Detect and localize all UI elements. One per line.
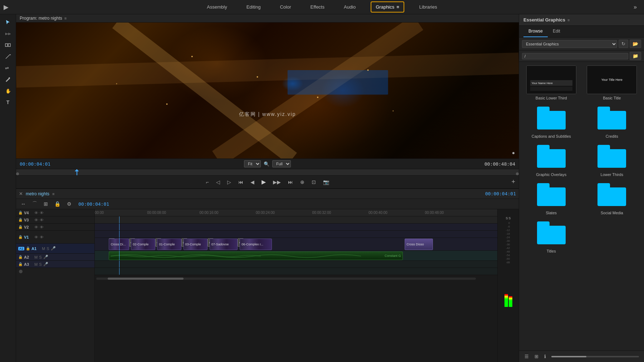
eg-item-graphic-overlays[interactable]: Graphic Overlays [523, 142, 580, 177]
overwrite-button[interactable]: ⊡ [309, 178, 318, 186]
next-frame-button[interactable]: ▶▶ [271, 178, 283, 186]
timeline-tool-2[interactable]: ⌒ [30, 200, 39, 208]
v3-eye-icon[interactable]: 👁 [34, 218, 38, 222]
hand-tool[interactable]: ✋ [2, 86, 14, 96]
prev-frame-button[interactable]: ◀ [248, 178, 257, 186]
a2-m-icon[interactable]: M [34, 255, 38, 259]
eg-info-button[interactable]: ℹ [542, 353, 548, 360]
timeline-menu-icon[interactable]: ≡ [52, 192, 54, 196]
step-forward-frame-button[interactable]: ▷ [225, 178, 233, 186]
eg-item-social-media[interactable]: Social Media [584, 180, 641, 215]
eg-path-folder-button[interactable]: 📁 [630, 52, 641, 60]
clip-06complex[interactable]: 06-Complex r... [240, 239, 272, 250]
timeline-tool-3[interactable]: ⊞ [42, 200, 50, 207]
eg-tab-browse[interactable]: Browse [523, 26, 548, 37]
clip-03comple[interactable]: 03-Comple [184, 239, 208, 250]
a1-s-icon[interactable]: S [47, 246, 49, 251]
watermark-text: 亿客网 | www.yiz.vip [239, 111, 296, 118]
clip-crossdisso[interactable]: Cross Disso [405, 239, 433, 250]
clip-01comple[interactable]: 01-Comple [157, 239, 181, 250]
eg-item-basic-title[interactable]: Your Title Here Basic Title [584, 65, 641, 100]
v3-sync-icon[interactable]: 👁 [40, 218, 44, 222]
v1-sync-icon[interactable]: 👁 [40, 235, 44, 239]
nav-color[interactable]: Color [275, 2, 295, 12]
ripple-edit-tool[interactable] [2, 40, 14, 50]
v2-lock-icon[interactable]: 🔒 [18, 225, 23, 229]
export-frame-button[interactable]: 📷 [321, 178, 331, 186]
nav-editing[interactable]: Editing [242, 2, 265, 12]
timeline-tool-1[interactable]: ↔ [19, 200, 28, 207]
eg-item-titles[interactable]: Titles [523, 219, 580, 253]
a2-s-icon[interactable]: S [39, 255, 42, 259]
v4-lock-icon[interactable]: 🔒 [18, 211, 23, 215]
eg-tab-edit[interactable]: Edit [548, 26, 565, 37]
eg-path-input[interactable] [522, 53, 628, 59]
nav-assembly[interactable]: Assembly [203, 2, 231, 12]
svg-rect-1 [5, 44, 8, 47]
timeline-tool-4[interactable]: 🔒 [53, 200, 62, 207]
v1-eye-icon[interactable]: 👁 [34, 235, 38, 239]
folder-icon-social-media [597, 183, 626, 206]
go-to-in-button[interactable]: ⏮ [236, 178, 245, 186]
eg-item-basic-lower-third[interactable]: Your Name Here Basic Lower Third [523, 65, 580, 100]
current-timecode: 00:00:04:01 [20, 161, 50, 167]
v4-eye-icon[interactable]: 👁 [34, 211, 38, 215]
eg-list-view-button[interactable]: ☰ [523, 353, 531, 360]
track-select-tool[interactable]: ⊳⊳ [2, 29, 14, 39]
a1-m-icon[interactable]: M [42, 246, 45, 251]
scroll-thumb[interactable] [108, 278, 184, 280]
monitor-menu-icon[interactable]: ≡ [64, 16, 67, 20]
eg-source-dropdown[interactable]: Essential Graphics [522, 40, 617, 48]
fit-dropdown[interactable]: Fit [244, 160, 261, 167]
v4-sync-icon[interactable]: 👁 [40, 211, 44, 215]
type-tool[interactable]: T [2, 97, 14, 107]
v2-eye-icon[interactable]: 👁 [34, 225, 38, 229]
eg-folder-button[interactable]: 📂 [630, 40, 641, 48]
a3-m-icon[interactable]: M [34, 262, 38, 266]
go-to-out-button[interactable]: ⏭ [286, 178, 295, 186]
eg-thumbnail-basic-lower-third: Your Name Here [526, 65, 576, 94]
step-back-frame-button[interactable]: ◁ [214, 178, 222, 186]
a3-lock-icon[interactable]: 🔒 [18, 262, 23, 266]
eg-item-slates[interactable]: Slates [523, 180, 580, 215]
quality-dropdown[interactable]: Full [272, 160, 291, 167]
a2-lock-icon[interactable]: 🔒 [18, 255, 23, 259]
nav-audio[interactable]: Audio [340, 2, 360, 12]
v1-lock-icon[interactable]: 🔒 [18, 235, 23, 239]
monitor-playhead [77, 169, 77, 175]
insert-button[interactable]: ⊕ [298, 178, 307, 186]
play-button[interactable]: ▶ [259, 177, 268, 187]
eg-item-lower-thirds[interactable]: Lower Thirds [584, 142, 641, 177]
eg-item-credits[interactable]: Credits [584, 104, 641, 138]
clip-audio-main[interactable]: Constant G [109, 251, 402, 260]
nav-effects[interactable]: Effects [306, 2, 329, 12]
add-controls-button[interactable]: + [511, 178, 515, 186]
clip-04c[interactable]: Cross Di... [109, 239, 129, 250]
clip-02comple[interactable]: 02-Comple [131, 239, 155, 250]
nav-graphics[interactable]: Graphics ≡ [371, 1, 404, 13]
v2-sync-icon[interactable]: 👁 [40, 225, 44, 229]
eg-item-captions-subtitles[interactable]: Captions and Subtitles [523, 104, 580, 138]
timeline-close-button[interactable]: ✕ [19, 191, 23, 196]
a1-lock-icon[interactable]: 🔒 [26, 246, 30, 250]
eg-menu-icon[interactable]: ≡ [567, 18, 570, 22]
eg-refresh-button[interactable]: ↻ [619, 40, 628, 48]
nav-more-button[interactable]: » [634, 4, 637, 10]
folder-icon-graphic-overlays [537, 145, 566, 168]
zoom-icon[interactable]: 🔍 [264, 161, 269, 167]
pen-tool[interactable] [2, 74, 14, 84]
eg-grid-view-button[interactable]: ⊞ [533, 353, 540, 360]
nav-libraries[interactable]: Libraries [415, 2, 441, 12]
razor-tool[interactable] [2, 52, 14, 62]
monitor-scrubber[interactable] [16, 169, 519, 175]
slip-tool[interactable]: ⇌ [2, 63, 14, 73]
select-tool[interactable] [2, 17, 14, 27]
timeline-scrollbar[interactable] [95, 275, 497, 282]
mark-in-button[interactable]: ⌐ [204, 178, 211, 186]
a3-s-icon[interactable]: S [39, 262, 42, 266]
v3-lock-icon[interactable]: 🔒 [18, 218, 23, 222]
timeline-tool-5[interactable]: ⚙ [65, 200, 73, 207]
clip-07sadovoe[interactable]: 07-Sadovoe [210, 239, 238, 250]
scroll-indicator[interactable] [19, 270, 23, 273]
svg-line-10 [16, 63, 519, 77]
